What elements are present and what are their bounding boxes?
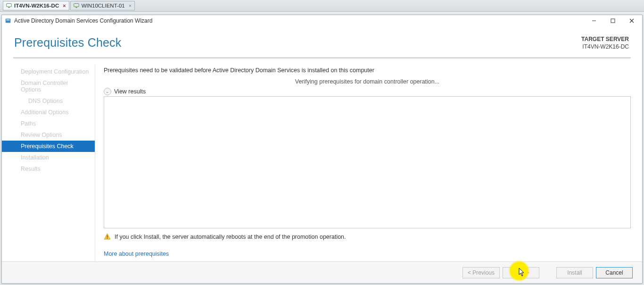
svg-rect-7 [611, 19, 615, 23]
nav-results: Results [2, 163, 95, 175]
svg-rect-4 [6, 19, 11, 23]
vm-tab-label: WIN10CLIENT-01 [82, 3, 125, 8]
target-info: TARGET SERVER IT4VN-W2K16-DC [581, 36, 629, 50]
monitor-icon [74, 3, 79, 8]
warning-text: If you click Install, the server automat… [115, 234, 346, 240]
status-text: Verifying prerequisites for domain contr… [104, 78, 631, 85]
window-controls [585, 16, 641, 26]
cancel-button[interactable]: Cancel [596, 267, 633, 278]
close-icon[interactable]: × [129, 3, 132, 8]
next-button: Next > [503, 267, 539, 278]
page-title: Prerequisites Check [14, 36, 122, 50]
view-results-expander[interactable]: ⌄ View results [104, 88, 631, 95]
monitor-icon [6, 3, 12, 8]
footer: < Previous Next > Install Cancel [2, 261, 642, 283]
svg-rect-11 [107, 235, 108, 238]
nav-domain-controller-options: Domain Controller Options [2, 77, 95, 95]
header: Prerequisites Check TARGET SERVER IT4VN-… [2, 26, 642, 57]
wizard-dialog: Active Directory Domain Services Configu… [1, 15, 643, 284]
view-results-label: View results [114, 88, 146, 95]
minimize-icon [592, 18, 596, 23]
maximize-button[interactable] [603, 16, 622, 26]
vm-tab-label: IT4VN-W2K16-DC [14, 3, 59, 8]
close-button[interactable] [622, 16, 641, 26]
nav-review-options: Review Options [2, 129, 95, 141]
svg-rect-2 [74, 4, 79, 7]
svg-rect-1 [8, 7, 10, 8]
warning-icon [104, 233, 111, 240]
intro-text: Prerequisites need to be validated befor… [104, 67, 631, 74]
content: Deployment Configuration Domain Controll… [2, 59, 642, 261]
close-icon[interactable]: × [63, 3, 66, 8]
titlebar: Active Directory Domain Services Configu… [2, 15, 642, 26]
install-button: Install [556, 267, 593, 278]
nav-dns-options: DNS Options [2, 95, 95, 107]
vm-tab-inactive[interactable]: WIN10CLIENT-01 × [70, 1, 135, 10]
target-server-name: IT4VN-W2K16-DC [581, 43, 629, 51]
svg-rect-0 [7, 4, 12, 7]
svg-rect-5 [7, 19, 10, 20]
warning-row: If you click Install, the server automat… [104, 233, 631, 240]
vm-tab-bar: IT4VN-W2K16-DC × WIN10CLIENT-01 × [0, 0, 644, 12]
svg-rect-12 [107, 238, 108, 239]
previous-button: < Previous [462, 267, 500, 278]
results-box [104, 96, 631, 228]
nav-additional-options: Additional Options [2, 107, 95, 118]
main-pane: Prerequisites need to be validated befor… [104, 64, 631, 261]
nav-prerequisites-check[interactable]: Prerequisites Check [2, 141, 95, 152]
nav-installation: Installation [2, 152, 95, 163]
more-about-prerequisites-link[interactable]: More about prerequisites [104, 251, 631, 257]
chevron-down-icon: ⌄ [104, 88, 111, 95]
nav-deployment-configuration: Deployment Configuration [2, 66, 95, 77]
maximize-icon [611, 18, 615, 23]
svg-rect-3 [75, 7, 77, 8]
target-label: TARGET SERVER [581, 36, 629, 43]
nav-paths: Paths [2, 118, 95, 129]
minimize-button[interactable] [585, 16, 603, 26]
vm-tab-active[interactable]: IT4VN-W2K16-DC × [3, 1, 69, 10]
close-icon [629, 18, 634, 23]
window-title: Active Directory Domain Services Configu… [14, 17, 585, 24]
wizard-nav: Deployment Configuration Domain Controll… [2, 64, 95, 261]
app-icon [5, 17, 11, 24]
